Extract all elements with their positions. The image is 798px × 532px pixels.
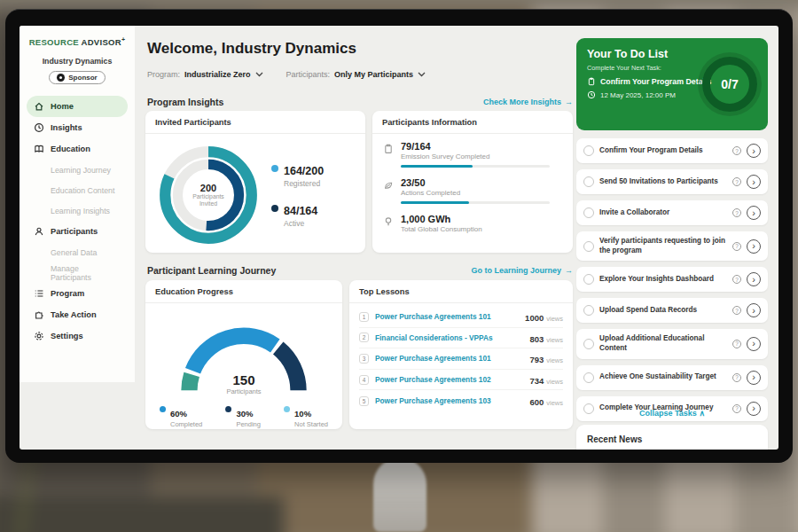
views-suffix: views [546, 356, 563, 364]
task-checkbox[interactable] [583, 145, 594, 156]
task-upload-spend-data[interactable]: Upload Spend Data Records ? › [576, 298, 768, 323]
chevron-right-button[interactable]: › [747, 206, 761, 220]
sidebar-item-take-action[interactable]: Take Action [27, 304, 128, 325]
participants-icon [34, 226, 44, 237]
chevron-up-icon: ∧ [699, 409, 705, 418]
chevron-right-button[interactable]: › [747, 144, 761, 158]
task-checkbox[interactable] [583, 305, 594, 316]
info-icon[interactable]: ? [732, 208, 741, 217]
participants-filter[interactable]: Participants: Only My Participants [286, 70, 426, 79]
insights-icon [34, 122, 44, 133]
sponsor-badge[interactable]: Sponsor [49, 71, 105, 84]
gauge-legend: 60% Completed 30% Pending 10% Not Starte… [145, 397, 342, 428]
lesson-link[interactable]: Power Purchase Agreements 102 [375, 375, 523, 384]
info-icon[interactable]: ? [732, 177, 741, 186]
views-suffix: views [546, 336, 563, 344]
todo-header-card: Your To Do List Complete Your Next Task:… [576, 38, 768, 130]
education-progress-card: Education Progress 150 Participants [145, 280, 342, 429]
recent-news-title: Recent News [587, 434, 757, 444]
lesson-link[interactable]: Power Purchase Agreements 101 [375, 312, 519, 321]
lesson-link[interactable]: Power Purchase Agreements 101 [375, 354, 523, 363]
link-label: Go to Learning Journey [471, 266, 561, 275]
sidebar-item-program[interactable]: Program [27, 283, 128, 304]
lesson-link[interactable]: Financial Considerations - VPPAs [375, 333, 523, 342]
chevron-right-button[interactable]: › [747, 371, 761, 385]
info-icon[interactable]: ? [732, 242, 741, 251]
collapse-tasks-link[interactable]: Collapse Tasks ∧ [576, 409, 768, 418]
task-explore-insights[interactable]: Explore Your Insights Dashboard ? › [576, 267, 768, 292]
task-checkbox[interactable] [583, 207, 594, 218]
sidebar-item-learning-journey[interactable]: Learning Journey [27, 160, 128, 180]
chevron-right-button[interactable]: › [747, 175, 761, 189]
sidebar-item-education[interactable]: Education [27, 138, 128, 160]
task-achieve-sustainability-target[interactable]: Achieve One Sustainability Target ? › [576, 365, 768, 390]
views-suffix: views [546, 399, 563, 407]
task-checkbox[interactable] [583, 176, 594, 187]
sidebar-item-label: Home [51, 102, 74, 111]
lesson-link[interactable]: Power Purchase Agreements 103 [375, 396, 523, 405]
sidebar-item-participants[interactable]: Participants [27, 221, 128, 242]
global-consumption-stat: 1,000 GWh Total Global Consumption [383, 214, 562, 233]
sidebar-item-settings[interactable]: Settings [27, 325, 128, 347]
info-icon[interactable]: ? [732, 146, 741, 155]
bulb-icon [383, 216, 394, 227]
sidebar-item-label: Manage Participants [51, 264, 121, 282]
sidebar-item-insights[interactable]: Insights [27, 117, 128, 138]
sidebar-item-label: Insights [51, 123, 82, 132]
sidebar-item-learning-insights[interactable]: Learning Insights [27, 200, 128, 221]
sidebar-item-general-data[interactable]: General Data [27, 242, 128, 262]
info-icon[interactable]: ? [732, 306, 741, 315]
filters-row: Program: Industrialize Zero Participants… [147, 70, 426, 79]
sponsor-icon [57, 74, 65, 82]
chevron-right-button[interactable]: › [747, 337, 761, 351]
legend-active: 84/164 Active [271, 202, 324, 228]
chevron-right-button[interactable]: › [747, 303, 761, 317]
program-insights-title: Program Insights [147, 97, 223, 107]
chevron-right-button[interactable]: › [747, 239, 761, 254]
stat-value: 1,000 GWh [401, 214, 482, 224]
arrow-right-icon: → [565, 266, 573, 275]
go-to-learning-journey-link[interactable]: Go to Learning Journey → [471, 266, 573, 275]
task-send-invitations[interactable]: Send 50 Invitations to Participants ? › [576, 169, 768, 194]
lesson-rank: 2 [359, 332, 369, 342]
task-invite-collaborator[interactable]: Invite a Collaborator ? › [576, 200, 768, 225]
task-checkbox[interactable] [583, 241, 594, 252]
lesson-views: 734 [529, 376, 544, 386]
invited-participants-donut-chart: 200 Participants Invited [154, 141, 262, 249]
active-label: Active [284, 219, 317, 228]
sidebar-item-education-content[interactable]: Education Content [27, 180, 128, 200]
task-label: Achieve One Sustainability Target [599, 372, 727, 382]
task-label: Confirm Your Program Details [599, 146, 727, 156]
task-checkbox[interactable] [583, 339, 594, 349]
gauge-center-label: Participants [157, 387, 331, 395]
info-icon[interactable]: ? [732, 340, 741, 348]
info-icon[interactable]: ? [732, 373, 741, 382]
not-started-dot-icon [284, 406, 290, 412]
participants-information-card: Participants Information 79/164 Emission… [372, 111, 573, 253]
info-icon[interactable]: ? [732, 275, 741, 284]
sidebar-item-home[interactable]: Home [27, 96, 128, 117]
task-checkbox[interactable] [583, 274, 594, 285]
check-more-insights-link[interactable]: Check More Insights → [483, 98, 573, 106]
program-icon [34, 288, 44, 299]
program-filter[interactable]: Program: Industrialize Zero [147, 70, 263, 79]
logo-plus: + [121, 36, 125, 43]
lesson-row: 2 Financial Considerations - VPPAs 803vi… [359, 328, 563, 349]
registered-value: 164/200 [284, 165, 324, 177]
legend-completed: 60% Completed [160, 404, 202, 428]
task-upload-educational-content[interactable]: Upload Additional Educational Content ? … [576, 329, 768, 358]
donut-center-value: 200 [200, 183, 216, 193]
stat-label: Emission Survey Completed [401, 153, 550, 160]
task-checkbox[interactable] [583, 372, 594, 383]
sidebar-item-manage-participants[interactable]: Manage Participants [27, 262, 128, 283]
pending-dot-icon [225, 406, 231, 412]
chevron-down-icon [418, 72, 426, 77]
pending-label: Pending [236, 420, 261, 428]
chevron-right-button[interactable]: › [747, 272, 761, 286]
task-verify-participants[interactable]: Verify participants requesting to join t… [576, 231, 768, 261]
todo-next-task-label: Confirm Your Program Details [600, 77, 711, 86]
completed-dot-icon [160, 406, 166, 412]
sponsor-label: Sponsor [68, 74, 97, 82]
lesson-views: 793 [529, 355, 544, 364]
task-confirm-program-details[interactable]: Confirm Your Program Details ? › [576, 138, 768, 163]
